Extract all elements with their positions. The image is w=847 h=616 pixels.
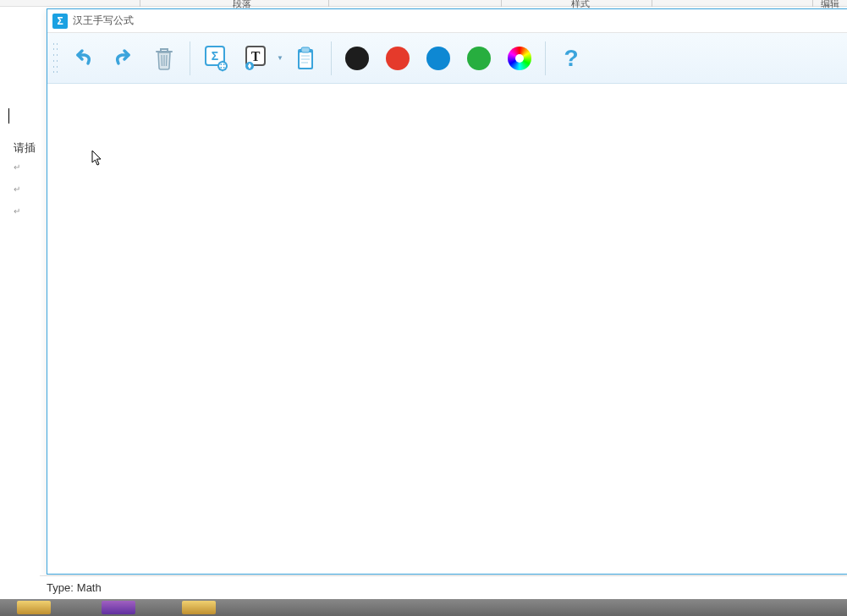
redo-icon	[110, 45, 137, 72]
color-wheel-icon	[508, 47, 531, 70]
clipboard-button[interactable]	[285, 38, 326, 79]
document-text-fragment: 请插	[14, 140, 36, 156]
trash-icon	[151, 45, 177, 72]
app-sigma-icon: Σ	[52, 14, 68, 29]
undo-button[interactable]	[63, 38, 103, 79]
toolbar-separator	[331, 41, 332, 75]
svg-text:T: T	[251, 49, 261, 63]
os-taskbar-fragment	[0, 599, 847, 616]
paragraph-mark: ↵	[14, 206, 20, 216]
color-black-button[interactable]	[337, 38, 377, 79]
blue-circle-icon	[426, 47, 450, 70]
svg-rect-13	[301, 47, 310, 52]
paragraph-mark: ↵	[14, 184, 20, 194]
formula-editor-window: Σ 汉王手写公式	[47, 8, 847, 575]
toolbar-separator	[190, 41, 190, 75]
black-circle-icon	[345, 47, 369, 70]
status-type-label: Type:	[47, 581, 74, 594]
handwriting-canvas[interactable]	[47, 84, 847, 574]
toolbar-grip	[52, 43, 58, 74]
svg-line-2	[167, 55, 168, 66]
green-circle-icon	[467, 47, 491, 70]
help-icon: ?	[564, 45, 578, 72]
formula-settings-button[interactable]: Σ	[195, 38, 236, 79]
formula-settings-icon: Σ	[202, 44, 229, 73]
redo-button[interactable]	[103, 38, 144, 79]
text-mode-icon: T	[243, 44, 270, 73]
mouse-cursor-icon	[91, 150, 103, 167]
undo-icon	[69, 45, 96, 72]
color-wheel-button[interactable]	[499, 38, 540, 79]
parent-app-ribbon: 段落 样式 编辑	[0, 0, 847, 7]
delete-button[interactable]	[144, 38, 184, 79]
toolbar-separator	[545, 41, 546, 75]
help-button[interactable]: ?	[551, 38, 591, 79]
toolbar: Σ T	[47, 33, 847, 84]
svg-line-0	[162, 55, 162, 66]
titlebar[interactable]: Σ 汉王手写公式	[47, 9, 847, 33]
color-red-button[interactable]	[377, 38, 418, 79]
clipboard-icon	[293, 44, 318, 73]
status-bar: Type: Math	[40, 575, 847, 599]
color-green-button[interactable]	[459, 38, 499, 79]
text-mode-dropdown-caret[interactable]: ▼	[277, 54, 285, 62]
svg-rect-12	[300, 52, 311, 68]
window-title: 汉王手写公式	[73, 14, 134, 28]
text-mode-button[interactable]: T	[236, 38, 277, 79]
paragraph-mark: ↵	[14, 162, 20, 172]
status-type-value: Math	[77, 581, 102, 594]
svg-text:Σ: Σ	[212, 49, 218, 63]
parent-document-strip: 请插 ↵ ↵ ↵	[0, 7, 47, 582]
red-circle-icon	[386, 47, 410, 70]
color-blue-button[interactable]	[418, 38, 459, 79]
